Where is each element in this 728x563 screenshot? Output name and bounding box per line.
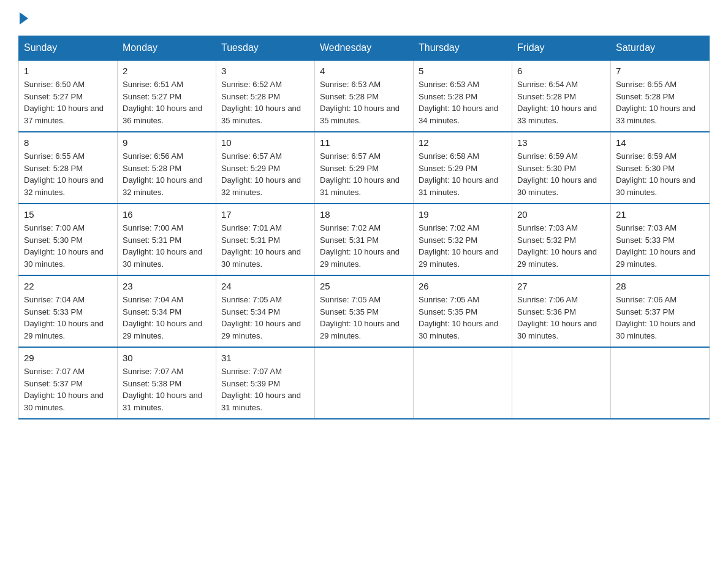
calendar-header-wednesday: Wednesday	[315, 36, 414, 61]
day-info: Sunrise: 7:03 AMSunset: 5:33 PMDaylight:…	[616, 223, 696, 269]
calendar-cell: 11 Sunrise: 6:57 AMSunset: 5:29 PMDaylig…	[315, 132, 414, 204]
calendar-cell: 26 Sunrise: 7:05 AMSunset: 5:35 PMDaylig…	[414, 275, 512, 347]
day-number: 24	[221, 281, 309, 291]
day-info: Sunrise: 7:03 AMSunset: 5:32 PMDaylight:…	[517, 223, 597, 269]
day-info: Sunrise: 7:02 AMSunset: 5:31 PMDaylight:…	[320, 223, 400, 269]
calendar-cell: 1 Sunrise: 6:50 AMSunset: 5:27 PMDayligh…	[19, 60, 118, 132]
calendar-cell: 15 Sunrise: 7:00 AMSunset: 5:30 PMDaylig…	[19, 204, 118, 275]
day-number: 1	[24, 66, 112, 76]
calendar-cell: 2 Sunrise: 6:51 AMSunset: 5:27 PMDayligh…	[118, 60, 216, 132]
calendar-cell	[315, 347, 414, 419]
calendar-cell: 29 Sunrise: 7:07 AMSunset: 5:37 PMDaylig…	[19, 347, 118, 419]
day-number: 29	[24, 353, 112, 363]
calendar-cell: 12 Sunrise: 6:58 AMSunset: 5:29 PMDaylig…	[414, 132, 512, 204]
logo	[18, 17, 28, 25]
day-info: Sunrise: 6:50 AMSunset: 5:27 PMDaylight:…	[24, 80, 104, 125]
day-info: Sunrise: 6:57 AMSunset: 5:29 PMDaylight:…	[221, 151, 301, 197]
day-info: Sunrise: 7:00 AMSunset: 5:31 PMDaylight:…	[123, 223, 202, 269]
day-number: 6	[517, 66, 605, 76]
day-info: Sunrise: 6:59 AMSunset: 5:30 PMDaylight:…	[517, 151, 597, 197]
day-info: Sunrise: 6:57 AMSunset: 5:29 PMDaylight:…	[320, 151, 400, 197]
calendar-header-thursday: Thursday	[414, 36, 512, 61]
calendar-header-monday: Monday	[118, 36, 216, 61]
day-number: 4	[320, 66, 408, 76]
day-number: 12	[419, 137, 507, 148]
day-number: 13	[517, 137, 605, 148]
day-number: 7	[616, 66, 704, 76]
calendar-header-row: SundayMondayTuesdayWednesdayThursdayFrid…	[19, 36, 710, 61]
day-number: 19	[419, 209, 507, 220]
day-info: Sunrise: 7:06 AMSunset: 5:36 PMDaylight:…	[517, 295, 597, 340]
calendar-cell: 14 Sunrise: 6:59 AMSunset: 5:30 PMDaylig…	[611, 132, 710, 204]
logo-arrow-icon	[20, 12, 28, 25]
day-info: Sunrise: 7:04 AMSunset: 5:33 PMDaylight:…	[24, 295, 104, 340]
day-info: Sunrise: 7:07 AMSunset: 5:39 PMDaylight:…	[221, 367, 301, 412]
calendar-cell: 28 Sunrise: 7:06 AMSunset: 5:37 PMDaylig…	[611, 275, 710, 347]
day-info: Sunrise: 7:06 AMSunset: 5:37 PMDaylight:…	[616, 295, 696, 340]
calendar-header-tuesday: Tuesday	[216, 36, 315, 61]
day-number: 26	[419, 281, 507, 291]
day-info: Sunrise: 7:00 AMSunset: 5:30 PMDaylight:…	[24, 223, 104, 269]
calendar-header-friday: Friday	[512, 36, 611, 61]
day-info: Sunrise: 6:58 AMSunset: 5:29 PMDaylight:…	[419, 151, 498, 197]
calendar-cell	[512, 347, 611, 419]
day-number: 3	[221, 66, 309, 76]
calendar-header-sunday: Sunday	[19, 36, 118, 61]
calendar-cell: 30 Sunrise: 7:07 AMSunset: 5:38 PMDaylig…	[118, 347, 216, 419]
day-info: Sunrise: 6:53 AMSunset: 5:28 PMDaylight:…	[320, 80, 400, 125]
calendar-table: SundayMondayTuesdayWednesdayThursdayFrid…	[18, 36, 710, 419]
day-info: Sunrise: 7:05 AMSunset: 5:35 PMDaylight:…	[320, 295, 400, 340]
day-number: 17	[221, 209, 309, 220]
day-info: Sunrise: 7:04 AMSunset: 5:34 PMDaylight:…	[123, 295, 202, 340]
day-number: 2	[123, 66, 211, 76]
day-number: 16	[123, 209, 211, 220]
day-info: Sunrise: 7:02 AMSunset: 5:32 PMDaylight:…	[419, 223, 498, 269]
day-info: Sunrise: 7:05 AMSunset: 5:34 PMDaylight:…	[221, 295, 301, 340]
calendar-cell: 8 Sunrise: 6:55 AMSunset: 5:28 PMDayligh…	[19, 132, 118, 204]
calendar-week-row: 15 Sunrise: 7:00 AMSunset: 5:30 PMDaylig…	[19, 204, 710, 275]
calendar-week-row: 22 Sunrise: 7:04 AMSunset: 5:33 PMDaylig…	[19, 275, 710, 347]
day-info: Sunrise: 6:55 AMSunset: 5:28 PMDaylight:…	[616, 80, 696, 125]
calendar-cell	[414, 347, 512, 419]
day-info: Sunrise: 6:53 AMSunset: 5:28 PMDaylight:…	[419, 80, 498, 125]
calendar-cell: 5 Sunrise: 6:53 AMSunset: 5:28 PMDayligh…	[414, 60, 512, 132]
day-info: Sunrise: 6:56 AMSunset: 5:28 PMDaylight:…	[123, 151, 202, 197]
calendar-week-row: 8 Sunrise: 6:55 AMSunset: 5:28 PMDayligh…	[19, 132, 710, 204]
calendar-cell: 7 Sunrise: 6:55 AMSunset: 5:28 PMDayligh…	[611, 60, 710, 132]
calendar-cell: 25 Sunrise: 7:05 AMSunset: 5:35 PMDaylig…	[315, 275, 414, 347]
calendar-week-row: 29 Sunrise: 7:07 AMSunset: 5:37 PMDaylig…	[19, 347, 710, 419]
day-number: 8	[24, 137, 112, 148]
day-info: Sunrise: 6:54 AMSunset: 5:28 PMDaylight:…	[517, 80, 597, 125]
calendar-cell: 19 Sunrise: 7:02 AMSunset: 5:32 PMDaylig…	[414, 204, 512, 275]
day-number: 28	[616, 281, 704, 291]
page-header	[18, 12, 710, 25]
day-number: 27	[517, 281, 605, 291]
day-number: 23	[123, 281, 211, 291]
day-info: Sunrise: 6:59 AMSunset: 5:30 PMDaylight:…	[616, 151, 696, 197]
calendar-cell: 18 Sunrise: 7:02 AMSunset: 5:31 PMDaylig…	[315, 204, 414, 275]
day-number: 20	[517, 209, 605, 220]
calendar-week-row: 1 Sunrise: 6:50 AMSunset: 5:27 PMDayligh…	[19, 60, 710, 132]
day-number: 14	[616, 137, 704, 148]
calendar-cell: 21 Sunrise: 7:03 AMSunset: 5:33 PMDaylig…	[611, 204, 710, 275]
calendar-cell: 3 Sunrise: 6:52 AMSunset: 5:28 PMDayligh…	[216, 60, 315, 132]
calendar-cell: 13 Sunrise: 6:59 AMSunset: 5:30 PMDaylig…	[512, 132, 611, 204]
day-number: 10	[221, 137, 309, 148]
calendar-cell: 6 Sunrise: 6:54 AMSunset: 5:28 PMDayligh…	[512, 60, 611, 132]
calendar-cell: 20 Sunrise: 7:03 AMSunset: 5:32 PMDaylig…	[512, 204, 611, 275]
day-number: 25	[320, 281, 408, 291]
calendar-cell: 4 Sunrise: 6:53 AMSunset: 5:28 PMDayligh…	[315, 60, 414, 132]
day-number: 15	[24, 209, 112, 220]
calendar-cell: 31 Sunrise: 7:07 AMSunset: 5:39 PMDaylig…	[216, 347, 315, 419]
day-info: Sunrise: 7:05 AMSunset: 5:35 PMDaylight:…	[419, 295, 498, 340]
day-number: 31	[221, 353, 309, 363]
day-number: 22	[24, 281, 112, 291]
calendar-cell: 9 Sunrise: 6:56 AMSunset: 5:28 PMDayligh…	[118, 132, 216, 204]
calendar-cell: 17 Sunrise: 7:01 AMSunset: 5:31 PMDaylig…	[216, 204, 315, 275]
calendar-header-saturday: Saturday	[611, 36, 710, 61]
day-info: Sunrise: 6:55 AMSunset: 5:28 PMDaylight:…	[24, 151, 104, 197]
calendar-cell: 16 Sunrise: 7:00 AMSunset: 5:31 PMDaylig…	[118, 204, 216, 275]
calendar-cell: 27 Sunrise: 7:06 AMSunset: 5:36 PMDaylig…	[512, 275, 611, 347]
day-info: Sunrise: 6:52 AMSunset: 5:28 PMDaylight:…	[221, 80, 301, 125]
day-number: 5	[419, 66, 507, 76]
